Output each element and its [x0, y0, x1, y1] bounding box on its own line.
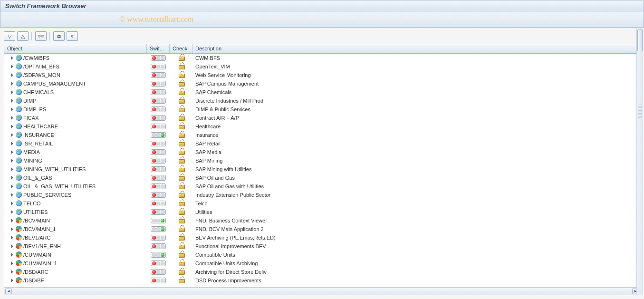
cell-check[interactable] — [170, 62, 192, 71]
find-button[interactable]: 👓 — [35, 31, 47, 41]
cell-check[interactable] — [170, 88, 192, 96]
cell-object[interactable]: MINING — [4, 156, 147, 165]
expand-arrow-icon[interactable] — [11, 184, 13, 188]
scroll-left-button[interactable]: ◄ — [5, 289, 12, 294]
cell-object[interactable]: FICAX — [4, 114, 147, 122]
cell-check[interactable] — [170, 165, 192, 174]
cell-check[interactable] — [170, 96, 192, 105]
cell-object[interactable]: /CWM/BFS — [4, 54, 147, 62]
expand-arrow-icon[interactable] — [11, 150, 13, 154]
cell-check[interactable] — [170, 233, 192, 242]
cell-check[interactable] — [170, 182, 192, 191]
expand-arrow-icon[interactable] — [11, 270, 13, 274]
cell-check[interactable] — [170, 268, 192, 276]
cell-object[interactable]: /OPT/VIM_BFS — [4, 62, 147, 71]
expand-arrow-icon[interactable] — [11, 125, 13, 128]
expand-arrow-icon[interactable] — [11, 90, 13, 94]
expand-arrow-icon[interactable] — [11, 116, 13, 120]
cell-check[interactable] — [170, 242, 192, 251]
cell-check[interactable] — [170, 174, 192, 182]
col-header-object[interactable]: Object — [4, 44, 147, 53]
collapse-all-button[interactable]: △ — [17, 31, 29, 41]
expand-arrow-icon[interactable] — [11, 261, 13, 265]
expand-arrow-icon[interactable] — [11, 176, 13, 180]
cell-object[interactable]: DIMP — [4, 96, 147, 105]
expand-arrow-icon[interactable] — [11, 159, 13, 163]
table-row[interactable]: /CUM/MAINCompatible Units — [4, 251, 640, 259]
table-row[interactable]: TELCOTelco — [4, 199, 640, 208]
cell-check[interactable] — [170, 122, 192, 131]
cell-object[interactable]: INSURANCE — [4, 131, 147, 139]
cell-check[interactable] — [170, 54, 192, 62]
expand-arrow-icon[interactable] — [11, 56, 13, 60]
cell-object[interactable]: /DSD/BF — [4, 276, 147, 285]
cell-object[interactable]: OIL_&_GAS_WITH_UTILITIES — [4, 182, 147, 191]
expand-arrow-icon[interactable] — [11, 167, 13, 171]
table-row[interactable]: /BEV1/ARCBEV Archiving (PL,Emps,Rets,ED) — [4, 233, 640, 242]
cell-check[interactable] — [170, 225, 192, 233]
cell-check[interactable] — [170, 139, 192, 148]
expand-all-button[interactable]: ▽ — [4, 31, 15, 41]
col-header-check[interactable]: Check — [170, 44, 192, 53]
expand-arrow-icon[interactable] — [11, 193, 13, 197]
cell-object[interactable]: DIMP_PS — [4, 105, 147, 114]
cell-object[interactable]: OIL_&_GAS — [4, 174, 147, 182]
cell-check[interactable] — [170, 276, 192, 285]
cell-object[interactable]: /BCV/MAIN — [4, 216, 147, 225]
cell-check[interactable] — [170, 71, 192, 79]
cell-object[interactable]: /DSD/ARC — [4, 268, 147, 276]
expand-arrow-icon[interactable] — [11, 219, 13, 222]
table-row[interactable]: /SDF/WS_MONWeb Service Monitoring — [4, 71, 640, 79]
table-row[interactable]: MININGSAP Mining — [4, 156, 640, 165]
expand-arrow-icon[interactable] — [11, 253, 13, 257]
cell-object[interactable]: /BEV1/ARC — [4, 233, 147, 242]
cell-object[interactable]: CAMPUS_MANAGEMENT — [4, 79, 147, 88]
cell-check[interactable] — [170, 131, 192, 139]
cell-object[interactable]: UTILITIES — [4, 208, 147, 216]
expand-arrow-icon[interactable] — [11, 279, 13, 282]
cell-object[interactable]: HEALTHCARE — [4, 122, 147, 131]
expand-arrow-icon[interactable] — [11, 210, 13, 214]
expand-arrow-icon[interactable] — [11, 82, 13, 86]
table-row[interactable]: PUBLIC_SERVICESIndustry Extension Public… — [4, 191, 640, 199]
table-row[interactable]: /BCV/MAIN_1FND, BCV Main Application 2 — [4, 225, 640, 233]
cell-check[interactable] — [170, 208, 192, 216]
cell-object[interactable]: MEDIA — [4, 148, 147, 156]
table-row[interactable]: MINING_WITH_UTILITIESSAP Mining with Uti… — [4, 165, 640, 174]
table-row[interactable]: /DSD/ARCArchiving for Direct Store Deliv — [4, 268, 640, 276]
cell-check[interactable] — [170, 199, 192, 208]
col-header-switch[interactable]: Swit... — [147, 44, 170, 53]
table-row[interactable]: /CUM/MAIN_1Compatible Units Archiving — [4, 259, 640, 268]
table-row[interactable]: CHEMICALSSAP Chemicals — [4, 88, 640, 96]
table-row[interactable]: /OPT/VIM_BFSOpenText_VIM — [4, 62, 640, 71]
vertical-scrollbar[interactable] — [636, 29, 643, 295]
expand-arrow-icon[interactable] — [11, 65, 13, 68]
col-header-description[interactable]: Description — [192, 44, 640, 53]
cell-check[interactable] — [170, 259, 192, 268]
cell-object[interactable]: CHEMICALS — [4, 88, 147, 96]
table-row[interactable]: CAMPUS_MANAGEMENTSAP Campus Management — [4, 79, 640, 88]
cell-object[interactable]: TELCO — [4, 199, 147, 208]
cell-check[interactable] — [170, 251, 192, 259]
cell-object[interactable]: /BEV1/NE_ENH — [4, 242, 147, 251]
cell-object[interactable]: /CUM/MAIN_1 — [4, 259, 147, 268]
expand-arrow-icon[interactable] — [11, 99, 13, 103]
expand-arrow-icon[interactable] — [11, 227, 13, 231]
expand-arrow-icon[interactable] — [11, 73, 13, 77]
table-row[interactable]: OIL_&_GAS_WITH_UTILITIESSAP Oil and Gas … — [4, 182, 640, 191]
table-row[interactable]: MEDIASAP Media — [4, 148, 640, 156]
table-row[interactable]: INSURANCEInsurance — [4, 131, 640, 139]
expand-arrow-icon[interactable] — [11, 142, 13, 145]
cell-check[interactable] — [170, 156, 192, 165]
expand-arrow-icon[interactable] — [11, 133, 13, 137]
table-row[interactable]: /BCV/MAINFND, Business Context Viewer — [4, 216, 640, 225]
table-row[interactable]: DIMP_PSDIMP & Public Services — [4, 105, 640, 114]
cell-check[interactable] — [170, 114, 192, 122]
table-row[interactable]: OIL_&_GASSAP Oil and Gas — [4, 174, 640, 182]
table-row[interactable]: HEALTHCAREHealthcare — [4, 122, 640, 131]
cell-object[interactable]: ISR_RETAIL — [4, 139, 147, 148]
cell-check[interactable] — [170, 148, 192, 156]
table-row[interactable]: UTILITIESUtilities — [4, 208, 640, 216]
table-row[interactable]: ISR_RETAILSAP Retail — [4, 139, 640, 148]
cell-check[interactable] — [170, 79, 192, 88]
